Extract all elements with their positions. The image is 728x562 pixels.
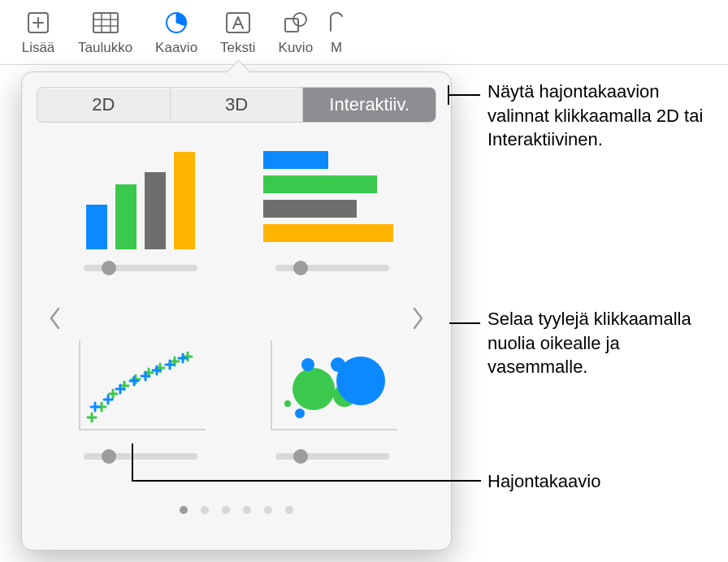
toolbar-item-chart[interactable]: Kaavio (144, 9, 209, 61)
tab-interactive[interactable]: Interaktiiv. (303, 88, 436, 122)
callout-scatter-label: Hajontakaavio (488, 469, 600, 494)
text-box-icon (225, 9, 251, 37)
page-dot[interactable] (243, 506, 251, 514)
toolbar-item-label: Kuvio (279, 40, 314, 56)
page-dot[interactable] (201, 506, 209, 514)
svg-rect-1 (93, 13, 118, 32)
bubble-icon (263, 332, 401, 438)
chart-preview-scatter[interactable] (61, 332, 220, 493)
style-slider[interactable] (275, 449, 389, 464)
toolbar-item-shape[interactable]: Kuvio (267, 9, 325, 61)
svg-point-6 (295, 409, 305, 418)
toolbar-item-text[interactable]: Teksti (209, 9, 266, 61)
svg-point-8 (292, 368, 335, 410)
style-slider[interactable] (275, 261, 389, 275)
toolbar-item-insert[interactable]: Lisää (10, 9, 67, 61)
scatter-chart-thumb (72, 332, 210, 438)
chart-preview-bubble[interactable] (253, 332, 412, 493)
chart-preview-column[interactable] (61, 144, 220, 305)
pie-chart-icon (164, 9, 188, 37)
page-dot[interactable] (180, 506, 188, 514)
toolbar-item-label: Teksti (220, 40, 255, 56)
svg-rect-3 (227, 13, 249, 32)
column-chart-thumb (72, 144, 210, 249)
table-icon (92, 9, 119, 37)
callout-line (132, 480, 481, 482)
bar-chart-thumb (263, 144, 401, 249)
style-slider[interactable] (84, 449, 197, 464)
page-dot[interactable] (222, 506, 230, 514)
bubble-chart-thumb (263, 332, 401, 438)
toolbar-item-label: Lisää (22, 40, 55, 56)
callout-arrows-hint: Selaa tyylejä klikkaamalla nuolia oikeal… (488, 307, 699, 379)
toolbar-item-label: Taulukko (78, 40, 132, 56)
callout-line (449, 322, 480, 324)
page-dot[interactable] (285, 506, 293, 514)
toolbar-item-more[interactable]: M (324, 9, 349, 61)
chart-preview-bar[interactable] (253, 144, 412, 305)
svg-point-7 (284, 400, 291, 407)
chart-type-segmented: 2D 3D Interaktiiv. (37, 87, 436, 123)
toolbar-item-label: Kaavio (155, 40, 197, 56)
callout-tabs-hint: Näytä hajontakaavion valinnat klikkaamal… (488, 80, 723, 152)
scatter-icon (72, 332, 210, 438)
toolbar: Lisää Taulukko Kaavio Teksti Kuvio M (0, 0, 728, 65)
shape-icon (283, 9, 309, 37)
media-icon (327, 9, 345, 37)
svg-point-12 (301, 358, 314, 371)
tab-2d[interactable]: 2D (37, 88, 171, 122)
style-slider[interactable] (84, 261, 197, 275)
page-dot[interactable] (264, 506, 272, 514)
callout-line (448, 94, 480, 96)
callout-line (132, 443, 133, 481)
svg-point-11 (331, 357, 345, 372)
page-dots[interactable] (37, 506, 436, 514)
tab-3d[interactable]: 3D (171, 88, 304, 122)
callout-line (448, 85, 449, 105)
chart-preview-grid (37, 144, 436, 493)
chart-popover: 2D 3D Interaktiiv. (21, 71, 452, 551)
plus-box-icon (26, 9, 50, 37)
toolbar-item-table[interactable]: Taulukko (67, 9, 144, 61)
toolbar-item-label: M (331, 40, 342, 56)
